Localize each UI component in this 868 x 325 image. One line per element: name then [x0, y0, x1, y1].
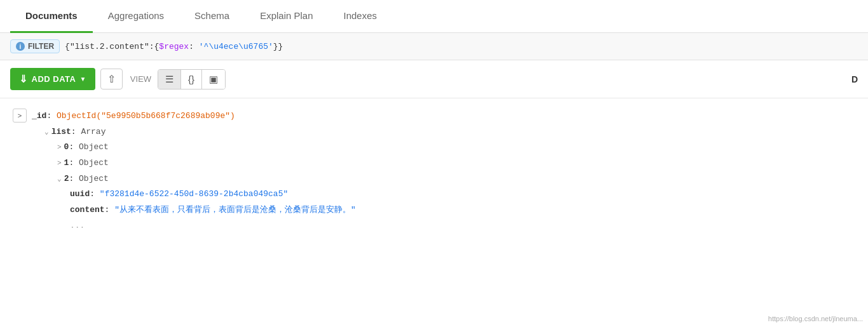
filter-badge[interactable]: i FILTER: [10, 39, 60, 53]
list-type: Array: [81, 127, 105, 136]
tab-indexes[interactable]: Indexes: [329, 0, 393, 33]
list-field: ⌄list: Array: [32, 124, 356, 140]
export-icon: ⇧: [107, 73, 116, 85]
filter-label: FILTER: [28, 42, 54, 51]
expand-item1-icon[interactable]: >: [57, 159, 62, 167]
query-key: "list.2.content": [70, 42, 149, 51]
content-field: content: "从来不看表面，只看背后，表面背后是沧桑，沧桑背后是安静。": [32, 202, 356, 218]
filter-query: {"list.2.content":{$regex: '^\u4ece\u676…: [65, 42, 283, 51]
info-icon: i: [16, 42, 25, 51]
tab-bar: Documents Aggregations Schema Explain Pl…: [0, 0, 868, 33]
tab-documents[interactable]: Documents: [10, 0, 93, 33]
id-field: _id: ObjectId("5e9950b5b668f7c2689ab09e"…: [32, 109, 356, 124]
add-data-button[interactable]: ⇓ ADD DATA ▼: [10, 68, 95, 90]
content-label: content: [70, 205, 105, 215]
item2-type: Object: [79, 174, 109, 183]
expand-item0-icon[interactable]: >: [57, 143, 62, 151]
item1-type: Object: [79, 158, 109, 168]
document-content: _id: ObjectId("5e9950b5b668f7c2689ab09e"…: [32, 109, 356, 234]
list-view-icon: ☰: [165, 74, 173, 84]
collapse-item2-icon[interactable]: ⌄: [57, 175, 62, 183]
add-data-icon: ⇓: [19, 73, 28, 85]
filter-bar: i FILTER {"list.2.content":{$regex: '^\u…: [0, 33, 868, 60]
query-operator: $regex: [159, 42, 189, 51]
id-value: ObjectId("5e9950b5b668f7c2689ab09e"): [57, 111, 235, 121]
expand-icon: >: [18, 112, 22, 119]
table-view-button[interactable]: ▣: [202, 70, 225, 89]
tab-schema[interactable]: Schema: [179, 0, 245, 33]
export-button[interactable]: ⇧: [100, 69, 123, 90]
content-value: "从来不看表面，只看背后，表面背后是沧桑，沧桑背后是安静。": [114, 205, 356, 215]
item0-type: Object: [79, 142, 109, 152]
expand-document-button[interactable]: >: [13, 109, 27, 123]
document-header: > _id: ObjectId("5e9950b5b668f7c2689ab09…: [13, 109, 855, 234]
json-view-button[interactable]: {}: [181, 70, 202, 89]
toolbar: ⇓ ADD DATA ▼ ⇧ VIEW ☰ {} ▣ D: [0, 60, 868, 98]
chevron-down-icon: ▼: [79, 76, 86, 83]
uuid-label: uuid: [70, 189, 90, 199]
uuid-field: uuid: "f3281d4e-6522-450d-8639-2b4cba049…: [32, 187, 356, 202]
collapse-list-icon[interactable]: ⌄: [44, 128, 49, 136]
document-area: > _id: ObjectId("5e9950b5b668f7c2689ab09…: [0, 98, 868, 248]
tab-aggregations[interactable]: Aggregations: [93, 0, 179, 33]
json-view-icon: {}: [188, 74, 194, 84]
list-view-button[interactable]: ☰: [158, 70, 181, 89]
table-view-icon: ▣: [209, 74, 218, 84]
more-label: ...: [70, 221, 85, 230]
tab-explain-plan[interactable]: Explain Plan: [245, 0, 328, 33]
uuid-value: "f3281d4e-6522-450d-8639-2b4cba049ca5": [100, 189, 288, 199]
item0-field: >0: Object: [32, 140, 356, 156]
item2-field: ⌄2: Object: [32, 171, 356, 187]
more-indicator: ...: [32, 218, 356, 234]
toolbar-right-indicator: D: [851, 74, 858, 84]
id-label: _id: [32, 111, 46, 121]
add-data-label: ADD DATA: [32, 74, 76, 84]
view-toggle-group: ☰ {} ▣: [158, 69, 226, 90]
query-value: '^\u4ece\u6765': [199, 42, 273, 51]
item1-field: >1: Object: [32, 156, 356, 171]
list-label: list: [51, 127, 71, 136]
view-label: VIEW: [130, 74, 151, 84]
query-prefix: {: [65, 42, 70, 51]
